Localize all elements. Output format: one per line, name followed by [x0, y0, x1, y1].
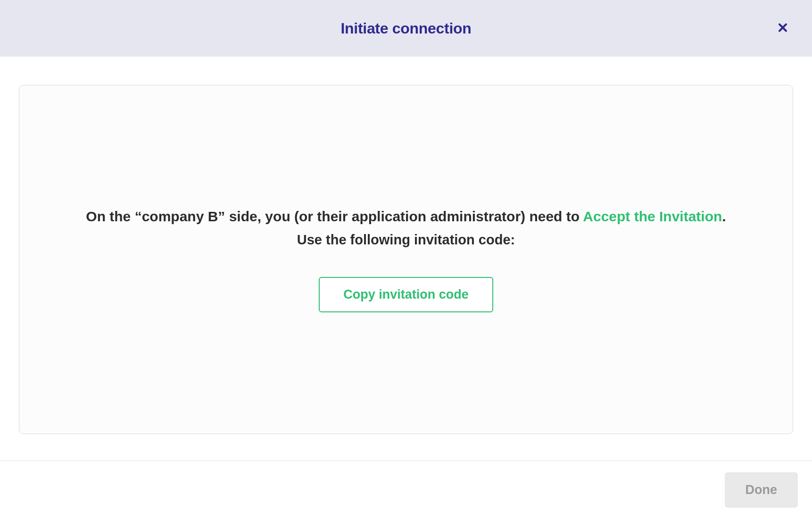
instruction-period: . [722, 209, 726, 224]
instruction-line-1: On the “company B” side, you (or their a… [86, 207, 726, 226]
instruction-prefix-text: On the “company B” side, you (or their a… [86, 209, 583, 224]
modal-footer: Done [0, 460, 812, 519]
modal-title: Initiate connection [341, 20, 472, 37]
instruction-line-2: Use the following invitation code: [86, 232, 726, 248]
accept-invitation-link[interactable]: Accept the Invitation [583, 209, 722, 224]
close-button[interactable] [772, 17, 793, 40]
instructions-block: On the “company B” side, you (or their a… [86, 207, 726, 248]
modal-header: Initiate connection [0, 0, 812, 57]
close-icon [777, 22, 788, 35]
copy-invitation-code-button[interactable]: Copy invitation code [319, 277, 493, 312]
done-button[interactable]: Done [725, 472, 798, 508]
content-panel: On the “company B” side, you (or their a… [19, 85, 793, 434]
modal-body: On the “company B” side, you (or their a… [0, 57, 812, 434]
